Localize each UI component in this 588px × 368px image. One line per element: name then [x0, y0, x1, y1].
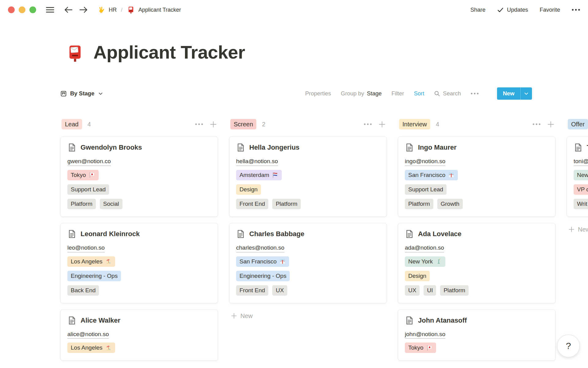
toolbar-group-by[interactable]: Group by Stage — [341, 90, 382, 97]
help-button[interactable]: ? — [557, 335, 580, 357]
card-title-row: Charles Babbage — [236, 229, 380, 239]
minimize-window-button[interactable] — [19, 6, 25, 13]
search-label: Search — [443, 90, 461, 97]
toolbar-filter[interactable]: Filter — [391, 90, 404, 97]
card-tags: San Francisco Engineering - Ops Front En… — [236, 256, 380, 296]
page-postbox-icon[interactable] — [65, 44, 85, 63]
tag-label: Design — [239, 186, 258, 194]
page-icon — [405, 229, 414, 239]
card-email-link[interactable]: ingo@notion.so — [405, 158, 445, 166]
search-icon — [434, 90, 440, 97]
plus-icon — [568, 226, 575, 232]
tag-row: New York — [405, 256, 548, 267]
close-window-button[interactable] — [8, 6, 15, 13]
card-email-link[interactable]: hella@notion.so — [236, 158, 278, 166]
applicant-card[interactable]: Ada Lovelace ada@notion.so New York Desi… — [398, 223, 556, 303]
column-name-badge[interactable]: Screen — [230, 119, 256, 129]
plus-icon — [231, 313, 237, 319]
applicant-card[interactable]: T toni@ New VP o Writ — [567, 136, 588, 217]
more-options-icon[interactable] — [572, 9, 580, 11]
tag-label: San Francisco — [408, 171, 445, 179]
sidebar-menu-icon[interactable] — [46, 7, 54, 13]
tag: Platform — [405, 199, 433, 209]
add-card-button[interactable]: New — [229, 312, 387, 320]
board-column: Offer T toni@ New VP o Writ New — [567, 119, 588, 361]
forward-arrow-icon[interactable] — [79, 6, 88, 13]
applicant-card[interactable]: Charles Babbage charles@notion.so San Fr… — [229, 223, 387, 303]
tag: Los Angeles — [67, 256, 115, 267]
new-button-label[interactable]: New — [497, 87, 520, 100]
share-button[interactable]: Share — [470, 6, 485, 13]
applicant-card[interactable]: Leonard Kleinrock leo@notion.so Los Ange… — [60, 223, 218, 303]
topbar-actions: Share Updates Favorite — [470, 6, 580, 13]
page-icon — [67, 316, 77, 325]
column-header: Offer — [567, 119, 588, 130]
card-title-row: T — [574, 143, 588, 152]
card-email-link[interactable]: ada@notion.so — [405, 244, 444, 252]
applicant-card[interactable]: John Atanasoff john@notion.so Tokyo — [398, 309, 556, 361]
column-name-badge[interactable]: Interview — [399, 119, 430, 129]
toolbar-sort[interactable]: Sort — [414, 90, 424, 97]
column-add-icon[interactable] — [379, 121, 386, 128]
view-tab-label: By Stage — [70, 90, 94, 97]
card-email-row: hella@notion.so — [236, 158, 380, 166]
card-tags: Los Angeles Engineering - Ops Back End — [67, 256, 211, 296]
toolbar-more-icon[interactable] — [471, 93, 479, 94]
jp-flag-icon — [426, 345, 433, 351]
tag-label: New York — [408, 258, 433, 266]
applicant-card[interactable]: Hella Jongerius hella@notion.so Amsterda… — [229, 136, 387, 217]
breadcrumb-page[interactable]: Applicant Tracker — [138, 7, 181, 13]
back-arrow-icon[interactable] — [64, 6, 73, 13]
tag-label: Tokyo — [71, 171, 86, 179]
help-label: ? — [566, 341, 571, 351]
page-title[interactable]: Applicant Tracker — [93, 42, 245, 63]
zoom-window-button[interactable] — [29, 6, 36, 13]
card-title-row: Ada Lovelace — [405, 229, 548, 239]
card-email-link[interactable]: john@notion.so — [405, 331, 445, 339]
column-add-icon[interactable] — [210, 121, 217, 128]
jp-flag-icon — [89, 172, 95, 178]
column-more-icon[interactable] — [364, 123, 372, 125]
applicant-card[interactable]: Alice Walker alice@notion.so Los Angeles — [60, 309, 218, 361]
card-email-link[interactable]: toni@ — [574, 158, 588, 166]
toolbar-search[interactable]: Search — [434, 90, 461, 97]
tag: Front End — [236, 199, 268, 209]
card-email-link[interactable]: gwen@notion.co — [67, 158, 111, 166]
view-tab-by-stage[interactable]: By Stage — [60, 90, 103, 97]
tag: San Francisco — [236, 256, 289, 267]
tag-row: Los Angeles — [67, 256, 211, 267]
tag-label: Back End — [71, 286, 96, 294]
card-email-link[interactable]: leo@notion.so — [67, 244, 105, 252]
column-add-icon[interactable] — [547, 121, 554, 128]
liberty-icon — [435, 258, 442, 265]
applicant-card[interactable]: Gwendolyn Brooks gwen@notion.co Tokyo Su… — [60, 136, 218, 217]
updates-button[interactable]: Updates — [497, 6, 528, 13]
breadcrumb: HR / Applicant Tracker — [97, 6, 181, 14]
tag: Los Angeles — [67, 343, 115, 353]
tag-label: Growth — [441, 200, 459, 208]
tag: New York — [405, 256, 445, 267]
add-card-label: New — [578, 226, 588, 233]
new-button-dropdown[interactable] — [520, 87, 532, 100]
applicant-card[interactable]: Ingo Maurer ingo@notion.so San Francisco… — [398, 136, 556, 217]
new-button[interactable]: New — [497, 87, 532, 100]
tag-label: Social — [103, 200, 119, 208]
card-email-link[interactable]: alice@notion.so — [67, 331, 109, 339]
favorite-button[interactable]: Favorite — [540, 6, 560, 13]
column-name-badge[interactable]: Lead — [62, 119, 82, 129]
card-title-row: John Atanasoff — [405, 316, 548, 325]
page-icon — [405, 316, 414, 325]
toolbar-properties[interactable]: Properties — [305, 90, 331, 97]
column-name-badge[interactable]: Offer — [568, 119, 588, 129]
column-more-icon[interactable] — [195, 123, 203, 125]
tag-label: New — [577, 171, 588, 179]
tag-label: Design — [408, 272, 426, 280]
card-email-link[interactable]: charles@notion.so — [236, 244, 285, 252]
column-more-icon[interactable] — [533, 123, 541, 125]
card-email-row: toni@ — [574, 158, 588, 166]
breadcrumb-workspace[interactable]: HR — [109, 7, 117, 13]
tag-row: Support Lead — [405, 184, 548, 195]
tag-row: San Francisco — [236, 256, 380, 267]
card-title: Charles Babbage — [249, 230, 304, 238]
add-card-button[interactable]: New — [567, 226, 588, 233]
